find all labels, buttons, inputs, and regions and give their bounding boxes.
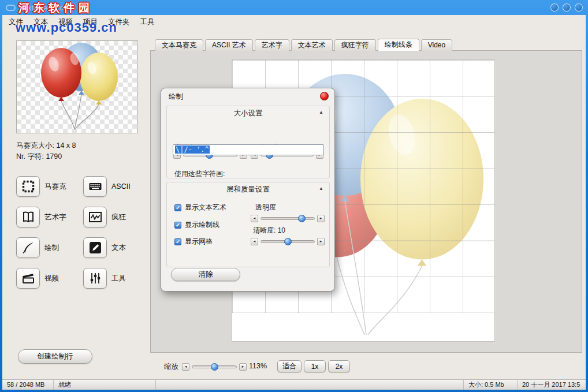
status-spacer [156, 380, 464, 390]
zoom-label: 缩放 [164, 362, 178, 372]
tool-video-button[interactable]: 视频 [16, 268, 82, 289]
char-count-label: Nr. 字符: 1790 [16, 152, 62, 162]
collapse-up-icon[interactable]: ▲ [319, 110, 323, 115]
tool-draw-button[interactable]: 绘制 [16, 237, 82, 258]
tool-ascii-button[interactable]: ASCII [83, 176, 146, 197]
image-preview [16, 40, 138, 133]
zoom-fit-button[interactable]: 适合 [277, 360, 302, 372]
show-text-art-row[interactable]: ✔ 显示文本艺术 [174, 203, 226, 212]
status-bar: 58 / 2048 MB 就绪 大小: 0.5 Mb 20 十一月 2017 1… [2, 379, 586, 390]
tool-crazy-button[interactable]: 疯狂 [83, 207, 146, 227]
show-grid-row[interactable]: ✔ 显示网格 [174, 237, 213, 247]
zoom-1x-button[interactable]: 1x [304, 360, 326, 372]
watermark-site-name: 河东软件园 [18, 1, 94, 16]
sliders-icon [83, 268, 107, 289]
tab-text-mosaic[interactable]: 文本马赛克 [155, 39, 203, 51]
show-draw-lines-checkbox[interactable]: ✔ [174, 222, 181, 229]
slider-right-arrow-icon[interactable]: ► [317, 215, 325, 222]
tools-panel: 马赛克 ASCII 艺术字 疯狂 [16, 176, 146, 289]
mosaic-size-label: 马赛克大小: 14 x 8 [16, 141, 76, 151]
layer-quality-header: 层和质量设置 [167, 182, 329, 195]
dialog-close-icon[interactable] [320, 92, 329, 100]
slider-thumb[interactable] [284, 238, 292, 245]
tool-wordart-button[interactable]: 艺术字 [16, 207, 82, 227]
app-icon [6, 5, 16, 11]
show-grid-checkbox[interactable]: ✔ [174, 238, 181, 245]
tab-ascii-art[interactable]: ASCII 艺术 [205, 39, 253, 51]
collapse-up-icon[interactable]: ▲ [319, 186, 323, 191]
status-text: 就绪 [54, 380, 156, 390]
clarity-label: 清晰度: 10 [253, 226, 285, 236]
zoom-value: 113% [249, 362, 267, 370]
tool-mosaic-button[interactable]: 马赛克 [16, 176, 82, 197]
balloons-thumbnail [17, 41, 137, 133]
opacity-slider[interactable]: ◄ ► [251, 214, 325, 222]
slider-left-arrow-icon[interactable]: ◄ [251, 238, 258, 245]
watermark-site-url: www.pc0359.cn [16, 20, 117, 35]
tab-draw-lines[interactable]: 绘制线条 [378, 39, 419, 51]
window-controls [550, 3, 583, 12]
size-settings-header: 大小设置 [167, 106, 329, 118]
datetime: 20 十一月 2017 13:5 [518, 380, 586, 390]
close-button[interactable] [575, 3, 583, 12]
menu-tools[interactable]: 工具 [135, 16, 160, 29]
slider-right-arrow-icon[interactable]: ► [317, 238, 325, 245]
feather-quill-icon [16, 237, 40, 258]
pencil-icon [83, 237, 107, 258]
selected-text: \|/- '.^ [175, 145, 210, 154]
dialog-title: 绘制 [169, 92, 183, 102]
size-settings-group: 大小设置 ▲ [166, 106, 330, 178]
book-icon [16, 207, 40, 227]
mosaic-icon [16, 176, 40, 197]
show-text-art-checkbox[interactable]: ✔ [174, 204, 181, 211]
app-window: Textaizer Pro+ 河东软件园 www.pc0359.cn 文件 文本… [0, 0, 588, 392]
tab-word-art[interactable]: 艺术字 [255, 39, 289, 51]
slider-thumb[interactable] [211, 363, 218, 371]
tab-crazy-chars[interactable]: 疯狂字符 [334, 39, 376, 51]
zoom-2x-button[interactable]: 2x [328, 360, 350, 372]
memory-usage: 58 / 2048 MB [2, 380, 54, 390]
tab-video[interactable]: Video [421, 39, 452, 51]
clarity-slider[interactable]: ◄ ► [251, 237, 325, 245]
slider-thumb[interactable] [298, 215, 306, 222]
draw-chars-label: 使用这些字符画: [174, 169, 225, 179]
slider-left-arrow-icon[interactable]: ◄ [251, 215, 258, 222]
show-draw-lines-row[interactable]: ✔ 显示绘制线 [174, 220, 219, 230]
zoom-slider[interactable]: ◄ ► [182, 363, 247, 371]
create-draw-lines-button[interactable]: 创建绘制行 [18, 349, 92, 364]
draw-dialog: 绘制 大小设置 ▲ 字体大小: 36 ◄ ► 钢笔厚度: 9 ◄ ► 使用这些字… [161, 88, 335, 292]
content-area: 文件 文本 视频 项目 文件夹 工具 马赛克 [2, 15, 586, 390]
tab-text-art[interactable]: 文本艺术 [291, 39, 333, 51]
waveform-icon [83, 207, 107, 227]
slider-right-arrow-icon[interactable]: ► [239, 363, 247, 371]
tool-tools-button[interactable]: 工具 [83, 268, 146, 289]
clapperboard-icon [16, 268, 40, 289]
opacity-label: 透明度 [255, 203, 276, 212]
draw-chars-input[interactable]: \|/- '.^ [173, 144, 324, 155]
minimize-button[interactable] [550, 3, 559, 12]
tool-text-button[interactable]: 文本 [83, 237, 146, 258]
file-size: 大小: 0.5 Mb [464, 380, 518, 390]
clear-button[interactable]: 清除 [171, 268, 240, 281]
maximize-button[interactable] [563, 3, 571, 12]
ascii-keyboard-icon [83, 176, 107, 197]
tab-bar: 文本马赛克 ASCII 艺术 艺术字 文本艺术 疯狂字符 绘制线条 Video [155, 39, 454, 51]
slider-left-arrow-icon[interactable]: ◄ [182, 363, 189, 371]
